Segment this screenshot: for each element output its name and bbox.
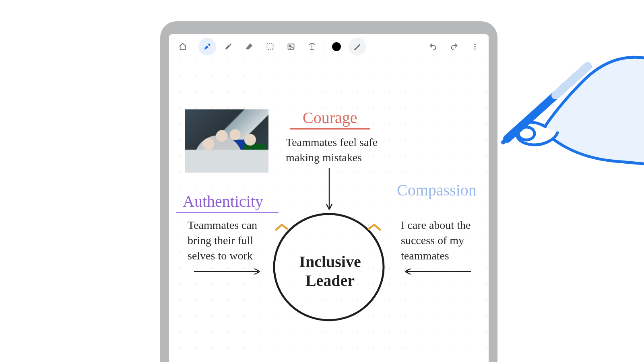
redo-button[interactable] xyxy=(445,38,463,56)
svg-point-3 xyxy=(474,43,475,45)
svg-point-5 xyxy=(474,48,475,49)
undo-button[interactable] xyxy=(424,38,442,56)
eraser-tool-button[interactable] xyxy=(240,38,258,56)
svg-point-4 xyxy=(474,46,475,47)
heading-authenticity[interactable]: Authenticity xyxy=(183,192,263,211)
arrow-right-icon xyxy=(194,267,262,276)
selection-tool-button[interactable] xyxy=(261,38,279,56)
stylus-hand-illustration xyxy=(483,44,644,173)
insert-textbox-button[interactable] xyxy=(303,38,321,56)
arrow-left-icon xyxy=(402,267,471,276)
center-label[interactable]: Inclusive Leader xyxy=(290,252,370,290)
inserted-photo[interactable] xyxy=(185,109,268,173)
arrow-down-icon xyxy=(325,168,333,212)
tool-group-drawing xyxy=(198,38,321,56)
more-menu-button[interactable] xyxy=(466,38,484,56)
tool-group-history xyxy=(424,38,484,56)
center-label-line2: Leader xyxy=(290,271,370,290)
heading-courage[interactable]: Courage xyxy=(303,108,357,127)
app-screen: Courage Teammates feel safe making mista… xyxy=(169,34,489,362)
color-swatch-icon xyxy=(332,42,341,51)
toolbar-separator xyxy=(324,41,324,52)
insert-image-button[interactable] xyxy=(282,38,300,56)
tool-group-style xyxy=(328,38,366,56)
tick-mark-right xyxy=(366,219,382,235)
home-button[interactable] xyxy=(174,38,192,56)
svg-rect-1 xyxy=(288,44,294,49)
underline-authenticity xyxy=(176,212,279,213)
tablet-frame: Courage Teammates feel safe making mista… xyxy=(160,21,497,362)
svg-point-10 xyxy=(518,127,535,140)
toolbar xyxy=(169,34,489,59)
svg-point-2 xyxy=(289,45,291,46)
heading-compassion[interactable]: Compassion xyxy=(397,181,477,200)
text-courage-body[interactable]: Teammates feel safe making mistakes xyxy=(286,135,390,165)
toolbar-separator xyxy=(195,41,195,52)
center-label-line1: Inclusive xyxy=(290,252,370,271)
svg-rect-0 xyxy=(267,43,273,49)
text-compassion-body[interactable]: I care about the success of my teammates xyxy=(401,218,485,263)
stroke-color-button[interactable] xyxy=(328,38,345,56)
drawing-canvas[interactable]: Courage Teammates feel safe making mista… xyxy=(169,59,489,362)
marker-tool-button[interactable] xyxy=(219,38,237,56)
stroke-width-button[interactable] xyxy=(349,38,366,56)
pen-tool-button[interactable] xyxy=(198,38,216,56)
tick-mark-left xyxy=(274,219,290,235)
text-authenticity-body[interactable]: Teammates can bring their full selves to… xyxy=(188,218,272,263)
underline-courage xyxy=(290,128,370,130)
